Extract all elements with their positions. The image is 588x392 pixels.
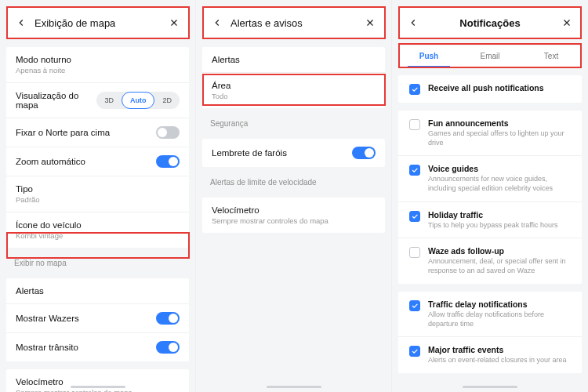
switch-headlights[interactable] (352, 147, 376, 159)
header-notifications: Notificações (398, 6, 582, 39)
tab-push[interactable]: Push (398, 45, 459, 67)
row-map-viz: Visualização do mapa 3D Auto 2D (6, 82, 189, 118)
close-icon[interactable] (561, 17, 572, 28)
switch-zoom[interactable] (156, 155, 180, 168)
tab-text[interactable]: Text (521, 45, 582, 67)
row-speedometer-2[interactable]: Velocímetro Sempre mostrar controles do … (202, 198, 385, 233)
notification-tabs: Push Email Text (398, 45, 582, 67)
close-icon[interactable] (169, 17, 180, 28)
checkbox[interactable] (409, 211, 420, 222)
header-title: Alertas e avisos (230, 17, 365, 29)
back-icon[interactable] (212, 17, 223, 28)
row-alertas[interactable]: Alertas (6, 278, 189, 303)
row-type[interactable]: Tipo Padrão (6, 176, 189, 212)
row-headlights: Lembrete de faróis (202, 139, 385, 167)
checkbox[interactable] (409, 300, 420, 311)
header-map: Exibição de mapa (6, 6, 189, 39)
switch-wazers[interactable] (156, 312, 180, 325)
checkbox[interactable] (409, 165, 420, 176)
home-indicator (463, 386, 517, 388)
card-show-on-map: Alertas Mostrar Wazers Mostrar trânsito (6, 278, 189, 361)
seg-auto[interactable]: Auto (122, 92, 155, 109)
checkrow-fun[interactable]: Fun announcementsGames and special offer… (398, 111, 582, 155)
row-night-mode[interactable]: Modo noturno Apenas à noite (6, 47, 189, 82)
segmented-viz[interactable]: 3D Auto 2D (96, 92, 180, 109)
header-title: Notificações (408, 17, 572, 29)
row-vehicle-icon[interactable]: Ícone do veículo Kombi vintage (6, 212, 189, 248)
card-notif-group-2: Traffic delay notificationsAllow traffic… (398, 292, 582, 373)
row-traffic: Mostrar trânsito (6, 332, 189, 361)
back-icon[interactable] (16, 17, 27, 28)
section-speed-limit: Alertas de limite de velocidade (196, 167, 391, 190)
row-area[interactable]: Área Todo (202, 72, 385, 108)
section-security: Segurança (196, 108, 391, 131)
card-notif-group-1: Fun announcementsGames and special offer… (398, 111, 582, 284)
back-icon[interactable] (408, 17, 419, 28)
card-speed-limit: Velocímetro Sempre mostrar controles do … (202, 198, 385, 233)
checkrow-delay[interactable]: Traffic delay notificationsAllow traffic… (398, 292, 582, 336)
close-icon[interactable] (365, 17, 376, 28)
panel-map-display: Exibição de mapa Modo noturno Apenas à n… (0, 0, 196, 392)
row-alerts[interactable]: Alertas (202, 47, 385, 72)
header-title: Exibição de mapa (34, 17, 169, 29)
checkbox[interactable] (409, 84, 420, 95)
section-show-on-map: Exibir no mapa (0, 248, 195, 270)
card-map-settings: Modo noturno Apenas à noite Visualização… (6, 47, 189, 248)
home-indicator (267, 386, 321, 388)
card-security: Lembrete de faróis (202, 139, 385, 167)
seg-3d[interactable]: 3D (96, 92, 122, 109)
card-alerts: Alertas Área Todo (202, 47, 385, 108)
checkbox[interactable] (409, 119, 420, 130)
header-alerts: Alertas e avisos (202, 6, 385, 39)
checkrow-receive-all[interactable]: Receive all push notifications (398, 75, 582, 103)
checkrow-events[interactable]: Major traffic eventsAlerts on event-rela… (398, 336, 582, 373)
panel-alerts-warnings: Alertas e avisos Alertas Área Todo Segur… (196, 0, 392, 392)
checkrow-ads[interactable]: Waze ads follow-upAnnouncement, deal, or… (398, 238, 582, 283)
panel-notifications: Notificações Push Email Text Receive all… (392, 0, 588, 392)
card-speedometer: Velocímetro Sempre mostrar controles do … (6, 369, 189, 392)
home-indicator (71, 386, 125, 388)
checkbox[interactable] (409, 247, 420, 258)
checkrow-holiday[interactable]: Holiday trafficTips to help you bypass p… (398, 201, 582, 238)
checkrow-voice[interactable]: Voice guidesAnnouncements for new voice … (398, 155, 582, 201)
tab-email[interactable]: Email (459, 45, 521, 67)
row-auto-zoom: Zoom automático (6, 147, 189, 176)
row-north-up: Fixar o Norte para cima (6, 118, 189, 147)
switch-north[interactable] (156, 126, 180, 139)
seg-2d[interactable]: 2D (154, 92, 180, 109)
card-receive-all: Receive all push notifications (398, 75, 582, 103)
switch-traffic[interactable] (156, 341, 180, 354)
row-wazers: Mostrar Wazers (6, 303, 189, 332)
checkbox[interactable] (409, 346, 420, 357)
row-speedometer[interactable]: Velocímetro Sempre mostrar controles do … (6, 369, 189, 392)
